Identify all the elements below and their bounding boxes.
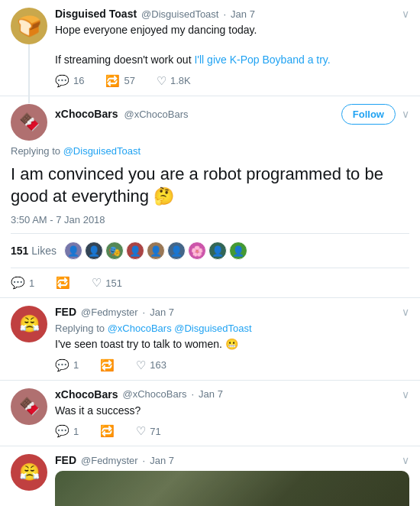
tweet-1-like-action[interactable]: ♡ 1.8K: [157, 74, 191, 88]
tweet-2-screen-name[interactable]: @xChocoBars: [124, 109, 188, 120]
tweet-3-text: I've seen toast try to talk to women. 😬: [55, 337, 409, 352]
tweet-2-likes-count: 151 Likes: [11, 245, 57, 257]
like-icon-2: ♡: [92, 276, 102, 290]
comment-icon-3: 💬: [55, 358, 69, 372]
like-avatar-8[interactable]: 👤: [208, 242, 227, 260]
tweet-1-like-count: 1.8K: [170, 75, 191, 86]
tweet-1-text2: If streaming doesn't work out I'll give …: [55, 54, 331, 66]
tweet-2-replying-to: Replying to @DisguisedToast: [11, 145, 409, 157]
tweet-3-header: FED @Fedmyster · Jan 7 ∨: [55, 306, 409, 318]
comment-icon-2: 💬: [11, 276, 25, 290]
tweet-5-display-name[interactable]: FED: [55, 454, 76, 466]
image-overlay: [55, 471, 409, 506]
comment-icon: 💬: [55, 74, 69, 88]
tweet-5-chevron[interactable]: ∨: [402, 454, 409, 466]
like-avatar-1[interactable]: 👤: [64, 242, 82, 260]
tweet-1-comment-action[interactable]: 💬 16: [55, 74, 84, 88]
retweet-icon-3: 🔁: [100, 358, 115, 372]
tweet-2-actions-right: Follow ∨: [341, 104, 409, 125]
tweet-1-date: ·: [223, 8, 226, 20]
tweet-2-chevron[interactable]: ∨: [402, 108, 409, 120]
tweet-3-comment-count: 1: [73, 359, 79, 371]
tweet-4-text: Was it a success?: [55, 404, 409, 419]
tweet-3-like-action[interactable]: ♡ 163: [136, 358, 166, 372]
like-icon-4: ♡: [136, 424, 146, 438]
tweet-3-reply-link[interactable]: @xChocoBars @DisguisedToast: [108, 323, 252, 334]
retweet-icon-4: 🔁: [100, 424, 115, 438]
tweet-4-chevron[interactable]: ∨: [402, 388, 409, 401]
tweet-5-user-info: FED @Fedmyster · Jan 7: [55, 454, 174, 466]
tweet-2-featured-actions: 💬 1 🔁 ♡ 151: [11, 268, 409, 290]
tweet-2-featured: 🍫 xChocoBars @xChocoBars Follow ∨ Replyi…: [0, 96, 420, 298]
tweet-4-screen-name[interactable]: @xChocoBars: [122, 388, 186, 400]
tweet-2-like-avatars: 👤 👤 🎭 👤 👤 👤 🌸 👤 👤: [64, 242, 247, 260]
tweet-3-screen-name[interactable]: @Fedmyster: [81, 307, 138, 318]
tweet-5-image-preview[interactable]: [55, 471, 409, 506]
tweet-3-user-info: FED @Fedmyster · Jan 7: [55, 306, 174, 318]
tweet-2-like-count: 151: [105, 277, 122, 289]
like-avatar-2[interactable]: 👤: [85, 242, 103, 260]
tweet-3-body: FED @Fedmyster · Jan 7 ∨ Replying to @xC…: [55, 306, 409, 372]
comment-icon-4: 💬: [55, 424, 69, 438]
tweet-2-likes-number: 151: [11, 245, 28, 257]
avatar-xchocobars-2[interactable]: 🍫: [11, 388, 47, 425]
tweet-5-date: Jan 7: [150, 455, 174, 466]
tweet-1-header: Disguised Toast @DisguisedToast · Jan 7 …: [55, 8, 409, 20]
tweet-1-retweet-action[interactable]: 🔁 57: [105, 74, 134, 88]
tweet-1-user-info: Disguised Toast @DisguisedToast · Jan 7: [55, 8, 255, 20]
tweet-3-retweet-action[interactable]: 🔁: [100, 358, 115, 372]
replying-to-link[interactable]: @DisguisedToast: [63, 145, 141, 157]
tweet-3-display-name[interactable]: FED: [55, 306, 76, 318]
tweet-2-display-name[interactable]: xChocoBars: [55, 108, 118, 120]
tweet-1-chevron[interactable]: ∨: [402, 8, 409, 20]
tweet-1-display-name[interactable]: Disguised Toast: [55, 8, 137, 20]
like-avatar-9[interactable]: 👤: [229, 242, 247, 260]
like-icon-3: ♡: [136, 358, 146, 372]
tweet-1-comment-count: 16: [73, 75, 84, 86]
like-avatar-3[interactable]: 🎭: [105, 242, 124, 260]
tweet-3-chevron[interactable]: ∨: [402, 306, 409, 318]
avatar-xchocobars[interactable]: 🍫: [11, 104, 47, 141]
tweet-3-comment-action[interactable]: 💬 1: [55, 358, 79, 372]
tweet-4-display-name[interactable]: xChocoBars: [55, 388, 118, 401]
tweet-2-comment-action[interactable]: 💬 1: [11, 276, 34, 290]
follow-button[interactable]: Follow: [341, 104, 396, 125]
tweet-1-body: Disguised Toast @DisguisedToast · Jan 7 …: [55, 8, 409, 88]
tweet-4-comment-count: 1: [73, 426, 79, 437]
tweet-2-retweet-action[interactable]: 🔁: [56, 276, 70, 290]
tweet-2-user-info: xChocoBars @xChocoBars: [55, 108, 188, 120]
tweet-5-header: FED @Fedmyster · Jan 7 ∨: [55, 454, 409, 466]
like-avatar-5[interactable]: 👤: [147, 242, 165, 260]
tweet-2-header: 🍫 xChocoBars @xChocoBars Follow ∨: [11, 104, 409, 141]
avatar-fed-2[interactable]: 😤: [11, 454, 47, 491]
tweet-3-actions: 💬 1 🔁 ♡ 163: [55, 358, 409, 372]
tweet-4-body: xChocoBars @xChocoBars · Jan 7 ∨ Was it …: [55, 388, 409, 439]
tweet-2-timestamp: 3:50 AM - 7 Jan 2018: [11, 214, 409, 225]
tweet-4-retweet-action[interactable]: 🔁: [100, 424, 115, 438]
tweet-1-screen-name[interactable]: @DisguisedToast: [141, 8, 218, 20]
tweet-5: 😤 FED @Fedmyster · Jan 7 ∨: [0, 446, 420, 506]
like-avatar-7[interactable]: 🌸: [188, 242, 206, 260]
tweet-4-header: xChocoBars @xChocoBars · Jan 7 ∨: [55, 388, 409, 401]
like-avatar-6[interactable]: 👤: [167, 242, 186, 260]
tweet-3-replying-to: Replying to @xChocoBars @DisguisedToast: [55, 323, 409, 334]
tweet-4-date: Jan 7: [199, 388, 223, 400]
tweet-5-screen-name[interactable]: @Fedmyster: [81, 455, 138, 466]
tweet-4-actions: 💬 1 🔁 ♡ 71: [55, 424, 409, 438]
tweet-1-retweet-count: 57: [124, 75, 134, 86]
like-icon: ♡: [157, 74, 166, 88]
tweet-2-like-action[interactable]: ♡ 151: [92, 276, 122, 290]
like-avatar-4[interactable]: 👤: [126, 242, 144, 260]
tweet-3: 😤 FED @Fedmyster · Jan 7 ∨ Replying to @…: [0, 298, 420, 381]
tweet-4-like-action[interactable]: ♡ 71: [136, 424, 160, 438]
tweet-2-user-row: xChocoBars @xChocoBars Follow ∨: [55, 104, 409, 125]
tweet-4-comment-action[interactable]: 💬 1: [55, 424, 79, 438]
retweet-icon: 🔁: [105, 74, 120, 88]
tweet-4-user-info: xChocoBars @xChocoBars · Jan 7: [55, 388, 223, 401]
avatar-fed-1[interactable]: 😤: [11, 306, 47, 342]
tweet-4-like-count: 71: [150, 426, 160, 437]
tweet-2-likes-bar: 151 Likes 👤 👤 🎭 👤 👤 👤 🌸 👤 👤: [11, 233, 409, 260]
tweet-3-like-count: 163: [150, 359, 166, 371]
avatar-disguised-toast[interactable]: 🍞: [11, 8, 47, 44]
tweet-1-link[interactable]: I'll give K-Pop Boyband a try.: [194, 54, 330, 66]
